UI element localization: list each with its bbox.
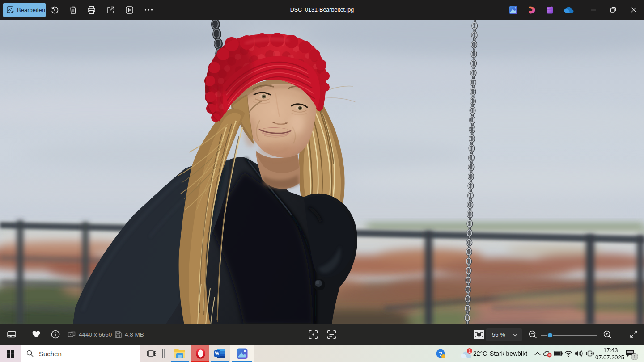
svg-text:1: 1 bbox=[468, 348, 471, 354]
svg-text:1: 1 bbox=[633, 354, 636, 359]
